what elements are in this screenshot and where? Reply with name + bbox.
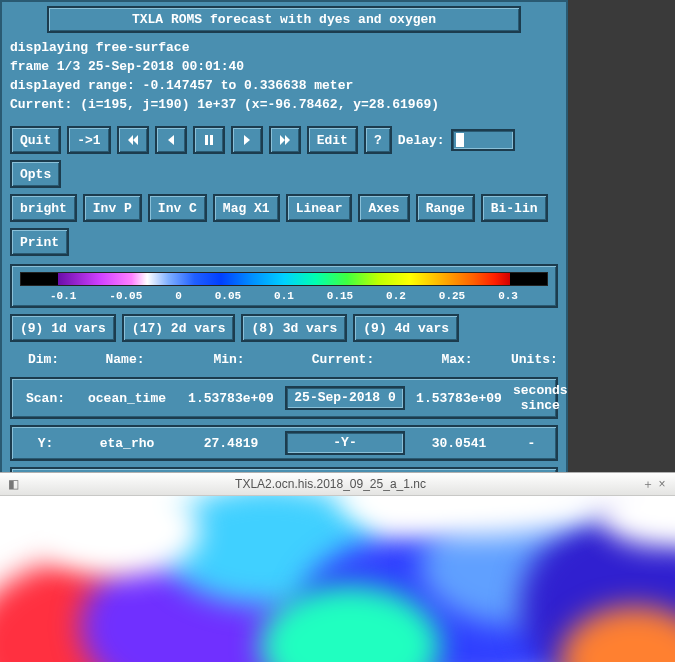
svg-rect-0 [205,135,208,145]
cm-tick: 0.3 [498,290,518,302]
cell-dim: Y: [18,436,73,451]
status-block: displaying free-surface frame 1/3 25-Sep… [10,39,560,114]
cell-max: 1.53783e+09 [409,391,509,406]
colormap-bar [20,272,548,286]
vars-4d-button[interactable]: (9) 4d vars [353,314,459,342]
bi-lin-button[interactable]: Bi-lin [481,194,548,222]
inv-p-button[interactable]: Inv P [83,194,142,222]
cell-name: eta_rho [77,436,177,451]
cm-tick: 0.2 [386,290,406,302]
cell-min: 1.53783e+09 [181,391,281,406]
vars-2d-button[interactable]: (17) 2d vars [122,314,236,342]
vars-3d-button[interactable]: (8) 3d vars [241,314,347,342]
axes-button[interactable]: Axes [358,194,409,222]
dim-row-scan: Scan: ocean_time 1.53783e+09 25-Sep-2018… [10,377,558,419]
opts-button[interactable]: Opts [10,160,61,188]
svg-rect-1 [210,135,213,145]
cell-current-input[interactable]: -Y- [285,431,405,455]
pause-button[interactable] [193,126,225,154]
control-panel: TXLA ROMS forecast with dyes and oxygen … [0,0,568,521]
play-icon [242,135,252,145]
cm-tick: 0.05 [215,290,241,302]
cell-units: - [513,436,550,451]
inv-c-button[interactable]: Inv C [148,194,207,222]
cm-tick: 0.1 [274,290,294,302]
viewer-filename: TXLA2.ocn.his.2018_09_25_a_1.nc [235,477,426,491]
cm-tick: 0.25 [439,290,465,302]
dim-header-row: Dim: Name: Min: Current: Max: Units: [10,348,558,371]
dim-row-y: Y: eta_rho 27.4819 -Y- 30.0541 - [10,425,558,461]
menu-icon[interactable]: ◧ [6,477,20,491]
vars-1d-button[interactable]: (9) 1d vars [10,314,116,342]
hdr-name: Name: [75,352,175,367]
status-line-range: displayed range: -0.147457 to 0.336638 m… [10,77,560,96]
colormap-panel: -0.1 -0.05 0 0.05 0.1 0.15 0.2 0.25 0.3 [10,264,558,308]
cell-dim: Scan: [18,391,73,406]
mag-button[interactable]: Mag X1 [213,194,280,222]
linear-button[interactable]: Linear [286,194,353,222]
rewind-icon [128,135,138,145]
edit-button[interactable]: Edit [307,126,358,154]
step-button[interactable]: ->1 [67,126,110,154]
hdr-current: Current: [283,352,403,367]
text-cursor [456,133,464,147]
cm-tick: 0.15 [327,290,353,302]
display-options-row: bright Inv P Inv C Mag X1 Linear Axes Ra… [8,194,560,256]
play-button[interactable] [231,126,263,154]
var-buttons-row: (9) 1d vars (17) 2d vars (8) 3d vars (9)… [8,314,560,342]
hdr-dim: Dim: [16,352,71,367]
fast-forward-icon [280,135,290,145]
cell-max: 30.0541 [409,436,509,451]
cell-name: ocean_time [77,391,177,406]
print-button[interactable]: Print [10,228,69,256]
hdr-max: Max: [407,352,507,367]
cell-units: seconds since [513,383,568,413]
cm-tick: 0 [175,290,182,302]
prev-button[interactable] [155,126,187,154]
prev-icon [166,135,176,145]
cell-current-input[interactable]: 25-Sep-2018 0 [285,386,405,410]
range-button[interactable]: Range [416,194,475,222]
panel-title: TXLA ROMS forecast with dyes and oxygen [47,6,521,33]
cm-tick: -0.05 [109,290,142,302]
delay-label: Delay: [398,133,445,148]
status-line-var: displaying free-surface [10,39,560,58]
image-viewer-window: ◧ TXLA2.ocn.his.2018_09_25_a_1.nc ＋ × [0,472,675,660]
bright-button[interactable]: bright [10,194,77,222]
help-button[interactable]: ? [364,126,392,154]
status-line-frame: frame 1/3 25-Sep-2018 00:01:40 [10,58,560,77]
status-line-cursor: Current: (i=195, j=190) 1e+37 (x=-96.784… [10,96,560,115]
hdr-units: Units: [511,352,558,367]
delay-input[interactable] [451,129,515,151]
playback-row: Quit ->1 Edit ? Delay: Opts [8,126,560,188]
hdr-min: Min: [179,352,279,367]
maximize-icon[interactable]: ＋ [641,476,655,493]
quit-button[interactable]: Quit [10,126,61,154]
pause-icon [204,135,214,145]
colormap-ticks: -0.1 -0.05 0 0.05 0.1 0.15 0.2 0.25 0.3 [20,290,548,302]
cm-tick: -0.1 [50,290,76,302]
viewer-titlebar[interactable]: ◧ TXLA2.ocn.his.2018_09_25_a_1.nc ＋ × [0,473,675,496]
viewer-canvas[interactable] [0,496,675,662]
rewind-button[interactable] [117,126,149,154]
cell-min: 27.4819 [181,436,281,451]
close-icon[interactable]: × [655,477,669,491]
fast-forward-button[interactable] [269,126,301,154]
